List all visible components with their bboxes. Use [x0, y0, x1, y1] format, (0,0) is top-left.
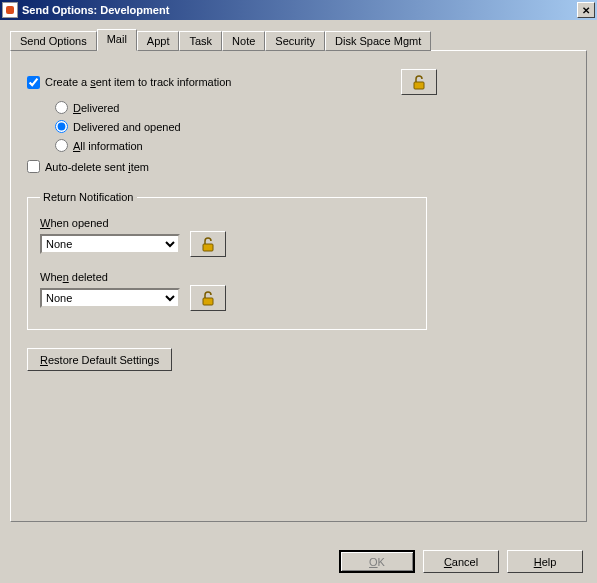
auto-delete-input[interactable] [27, 160, 40, 173]
tab-note[interactable]: Note [222, 31, 265, 51]
tabs: Send Options Mail Appt Task Note Securit… [10, 31, 587, 51]
radio-delivered-opened-label: Delivered and opened [73, 121, 181, 133]
auto-delete-checkbox[interactable]: Auto-delete sent item [27, 160, 570, 173]
svg-rect-2 [203, 298, 213, 305]
cancel-button[interactable]: Cancel [423, 550, 499, 573]
tab-appt[interactable]: Appt [137, 31, 180, 51]
svg-rect-1 [203, 244, 213, 251]
tab-disk-space-mgmt[interactable]: Disk Space Mgmt [325, 31, 431, 51]
create-sent-item-checkbox[interactable]: Create a sent item to track information [27, 76, 231, 89]
radio-delivered-opened-input[interactable] [55, 120, 68, 133]
titlebar: Send Options: Development ✕ [0, 0, 597, 20]
window-title: Send Options: Development [22, 4, 169, 16]
radio-delivered[interactable]: Delivered [55, 101, 570, 114]
when-opened-select[interactable]: None [40, 234, 180, 254]
radio-all-information-input[interactable] [55, 139, 68, 152]
tab-panel-mail: Create a sent item to track information … [10, 50, 587, 522]
svg-rect-0 [414, 82, 424, 89]
when-deleted-select[interactable]: None [40, 288, 180, 308]
tab-security[interactable]: Security [265, 31, 325, 51]
tab-mail[interactable]: Mail [97, 29, 137, 51]
unlock-icon [200, 290, 216, 306]
return-notification-legend: Return Notification [40, 191, 137, 203]
app-icon [2, 2, 18, 18]
when-deleted-label: When deleted [40, 271, 414, 283]
unlock-icon [411, 74, 427, 90]
lock-button-tracking[interactable] [401, 69, 437, 95]
create-sent-item-label: Create a sent item to track information [45, 76, 231, 88]
unlock-icon [200, 236, 216, 252]
auto-delete-label: Auto-delete sent item [45, 161, 149, 173]
radio-all-information-label: All information [73, 140, 143, 152]
restore-defaults-button[interactable]: Restore Default Settings [27, 348, 172, 371]
when-opened-label: When opened [40, 217, 414, 229]
help-button[interactable]: Help [507, 550, 583, 573]
return-notification-group: Return Notification When opened None Whe… [27, 191, 427, 330]
lock-button-when-opened[interactable] [190, 231, 226, 257]
dialog-footer: OK Cancel Help [339, 550, 583, 573]
tab-task[interactable]: Task [179, 31, 222, 51]
lock-button-when-deleted[interactable] [190, 285, 226, 311]
radio-delivered-input[interactable] [55, 101, 68, 114]
close-button[interactable]: ✕ [577, 2, 595, 18]
radio-all-information[interactable]: All information [55, 139, 570, 152]
tab-send-options[interactable]: Send Options [10, 31, 97, 51]
close-icon: ✕ [582, 5, 590, 16]
radio-delivered-label: Delivered [73, 102, 119, 114]
radio-delivered-opened[interactable]: Delivered and opened [55, 120, 570, 133]
create-sent-item-input[interactable] [27, 76, 40, 89]
ok-button[interactable]: OK [339, 550, 415, 573]
